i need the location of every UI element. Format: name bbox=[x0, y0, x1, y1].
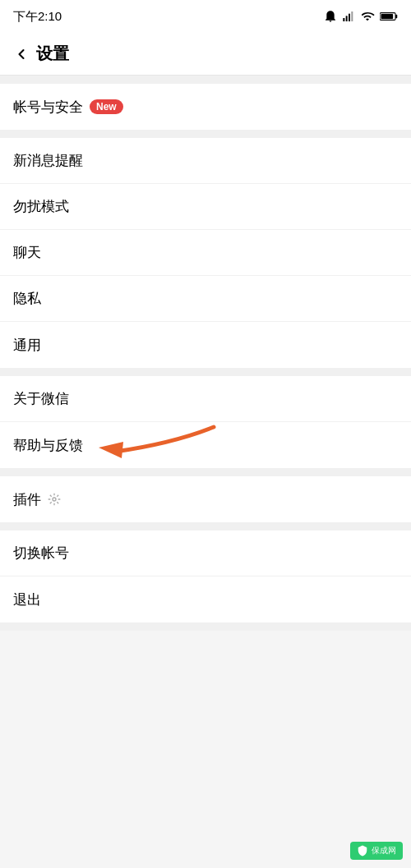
menu-item-logout[interactable]: 退出 bbox=[0, 576, 411, 622]
watermark: 保成网 bbox=[350, 842, 403, 860]
svg-rect-5 bbox=[395, 15, 397, 18]
menu-item-help[interactable]: 帮助与反馈 bbox=[0, 422, 411, 468]
menu-item-dnd[interactable]: 勿扰模式 bbox=[0, 184, 411, 230]
menu-item-label-privacy: 隐私 bbox=[13, 289, 41, 308]
header: 设置 bbox=[0, 33, 411, 76]
menu-group-3: 关于微信 帮助与反馈 bbox=[0, 376, 411, 468]
wifi-icon bbox=[360, 10, 375, 23]
alarm-icon bbox=[324, 10, 337, 23]
section-divider-6 bbox=[0, 622, 411, 631]
menu-item-new-message[interactable]: 新消息提醒 bbox=[0, 138, 411, 184]
status-time: 下午2:10 bbox=[13, 9, 62, 25]
menu-group-4: 插件 bbox=[0, 476, 411, 522]
menu-item-label-chat: 聊天 bbox=[13, 243, 41, 262]
svg-rect-6 bbox=[381, 14, 393, 19]
menu-group-2: 新消息提醒 勿扰模式 聊天 隐私 通用 bbox=[0, 138, 411, 368]
menu-item-label-general: 通用 bbox=[13, 336, 41, 355]
menu-item-about[interactable]: 关于微信 bbox=[0, 376, 411, 422]
menu-item-switch-account[interactable]: 切换帐号 bbox=[0, 530, 411, 576]
svg-point-7 bbox=[53, 498, 56, 501]
section-divider-1 bbox=[0, 76, 411, 84]
menu-group-5: 切换帐号 退出 bbox=[0, 530, 411, 622]
signal-icon bbox=[342, 10, 355, 23]
status-bar: 下午2:10 bbox=[0, 0, 411, 33]
svg-rect-3 bbox=[351, 11, 353, 21]
menu-item-label-plugins: 插件 bbox=[13, 490, 41, 509]
section-divider-2 bbox=[0, 130, 411, 138]
section-divider-3 bbox=[0, 368, 411, 376]
back-icon bbox=[13, 46, 30, 62]
svg-rect-0 bbox=[343, 18, 344, 21]
watermark-text: 保成网 bbox=[372, 845, 396, 857]
menu-item-label-help: 帮助与反馈 bbox=[13, 436, 83, 455]
back-button[interactable] bbox=[13, 46, 30, 62]
section-divider-4 bbox=[0, 468, 411, 476]
menu-item-account-security[interactable]: 帐号与安全 New bbox=[0, 84, 411, 130]
menu-item-label-logout: 退出 bbox=[13, 590, 41, 609]
watermark-shield-icon bbox=[357, 845, 368, 857]
menu-item-label-dnd: 勿扰模式 bbox=[13, 197, 69, 216]
svg-rect-2 bbox=[349, 14, 350, 21]
menu-item-general[interactable]: 通用 bbox=[0, 322, 411, 368]
battery-icon bbox=[380, 11, 398, 22]
page-title: 设置 bbox=[36, 43, 69, 65]
menu-item-label-switch-account: 切换帐号 bbox=[13, 544, 69, 563]
menu-item-privacy[interactable]: 隐私 bbox=[0, 276, 411, 322]
menu-item-label-about: 关于微信 bbox=[13, 389, 69, 408]
menu-item-label-new-message: 新消息提醒 bbox=[13, 151, 83, 170]
menu-group-1: 帐号与安全 New bbox=[0, 84, 411, 130]
status-icons bbox=[324, 10, 398, 23]
new-badge: New bbox=[90, 99, 123, 114]
section-divider-5 bbox=[0, 522, 411, 530]
menu-item-chat[interactable]: 聊天 bbox=[0, 230, 411, 276]
menu-item-plugins[interactable]: 插件 bbox=[0, 476, 411, 522]
plugin-icon bbox=[46, 491, 62, 507]
menu-item-label-account-security: 帐号与安全 bbox=[13, 98, 83, 117]
svg-rect-1 bbox=[346, 16, 348, 21]
